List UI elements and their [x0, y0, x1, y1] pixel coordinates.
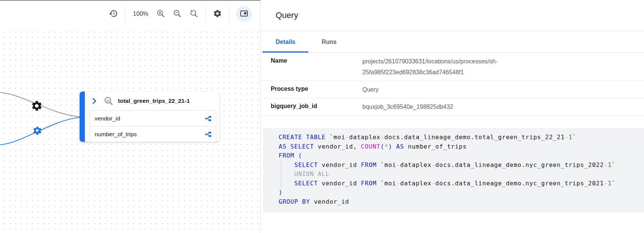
sql-code-line: GROUP BY vendor_id	[279, 197, 638, 207]
field-label: vendor_id	[95, 115, 205, 122]
table-node-accent-bar	[80, 92, 85, 142]
zoom-level-value: 100%	[133, 11, 148, 17]
detail-value: Query	[362, 81, 644, 98]
sql-code-line: CREATE TABLE `moi-dataplex-docs.data_lin…	[279, 133, 638, 142]
sql-code-line: )	[279, 188, 638, 197]
lineage-screen: 100%	[0, 0, 644, 233]
settings-gear-icon	[213, 9, 222, 19]
detail-value: bquxjob_3c69540e_198825db432	[362, 98, 644, 115]
zoom-out-button[interactable]	[172, 9, 182, 19]
indent-guide	[281, 160, 281, 188]
settings-gear-blue-icon	[32, 126, 42, 136]
tab-details[interactable]: Details	[262, 31, 308, 53]
sql-code-line: AS SELECT vendor_id, COUNT(*) AS number_…	[279, 142, 638, 152]
sql-code-line: SELECT vendor_id FROM `moi-dataplex-docs…	[279, 161, 638, 170]
graph-toolbar: 100%	[0, 1, 260, 27]
lineage-hub-icon[interactable]	[205, 131, 212, 138]
detail-label: Name	[271, 53, 362, 64]
sql-code-line: UNION ALL	[279, 170, 638, 179]
zoom-reset-button[interactable]	[189, 9, 199, 19]
panel-header: Query	[261, 0, 644, 31]
toggle-side-panel-button[interactable]	[236, 6, 252, 22]
sql-code-line: SELECT vendor_id FROM `moi-dataplex-docs…	[279, 179, 638, 188]
field-label: number_of_trips	[95, 131, 205, 138]
toolbar-divider	[229, 6, 229, 21]
table-field-row[interactable]: vendor_id	[90, 111, 216, 126]
panel-title: Query	[276, 11, 298, 20]
history-button[interactable]	[109, 9, 118, 19]
toggle-side-panel-icon	[240, 9, 249, 19]
detail-row: Nameprojects/261079033631/locations/us/p…	[261, 53, 644, 81]
zoom-in-icon	[156, 9, 165, 19]
detail-label: Process type	[271, 81, 362, 92]
sql-code-block: CREATE TABLE `moi-dataplex-docs.data_lin…	[263, 128, 644, 212]
lineage-hub-icon[interactable]	[205, 115, 212, 122]
bigquery-search-icon	[104, 96, 113, 106]
toolbar-divider	[205, 6, 206, 21]
table-node-title: total_green_trips_22_21-1	[118, 98, 190, 104]
detail-row: bigquery_job_idbquxjob_3c69540e_198825db…	[261, 98, 644, 116]
table-node-header[interactable]: total_green_trips_22_21-1	[85, 92, 219, 110]
zoom-out-icon	[173, 9, 182, 19]
tab-runs[interactable]: Runs	[308, 31, 350, 53]
process-gear-button-upper[interactable]	[31, 100, 43, 112]
graph-settings-button[interactable]	[213, 9, 222, 19]
expand-chevron-icon[interactable]	[90, 97, 98, 105]
lineage-graph-pane: 100%	[0, 0, 261, 233]
details-panel: Query Details Runs Nameprojects/26107903…	[261, 0, 644, 233]
detail-row: Process typeQuery	[261, 81, 644, 98]
history-icon	[109, 9, 118, 19]
zoom-in-button[interactable]	[156, 9, 166, 19]
table-node[interactable]: total_green_trips_22_21-1 vendor_idnumbe…	[80, 92, 219, 142]
zoom-reset-icon	[189, 9, 198, 19]
sql-code: CREATE TABLE `moi-dataplex-docs.data_lin…	[279, 133, 638, 206]
toolbar-divider	[125, 6, 125, 21]
settings-gear-black-icon	[31, 100, 43, 112]
table-node-fields: vendor_idnumber_of_trips	[90, 110, 216, 142]
table-field-row[interactable]: number_of_trips	[90, 126, 216, 142]
detail-value: projects/261079033631/locations/us/proce…	[362, 53, 644, 81]
detail-label: bigquery_job_id	[271, 98, 362, 110]
process-gear-button-lower[interactable]	[32, 126, 42, 136]
details-rows: Nameprojects/261079033631/locations/us/p…	[261, 53, 644, 116]
lineage-canvas[interactable]: total_green_trips_22_21-1 vendor_idnumbe…	[0, 27, 260, 233]
sql-code-line: FROM (	[279, 151, 638, 161]
panel-tabs: Details Runs	[261, 31, 644, 53]
